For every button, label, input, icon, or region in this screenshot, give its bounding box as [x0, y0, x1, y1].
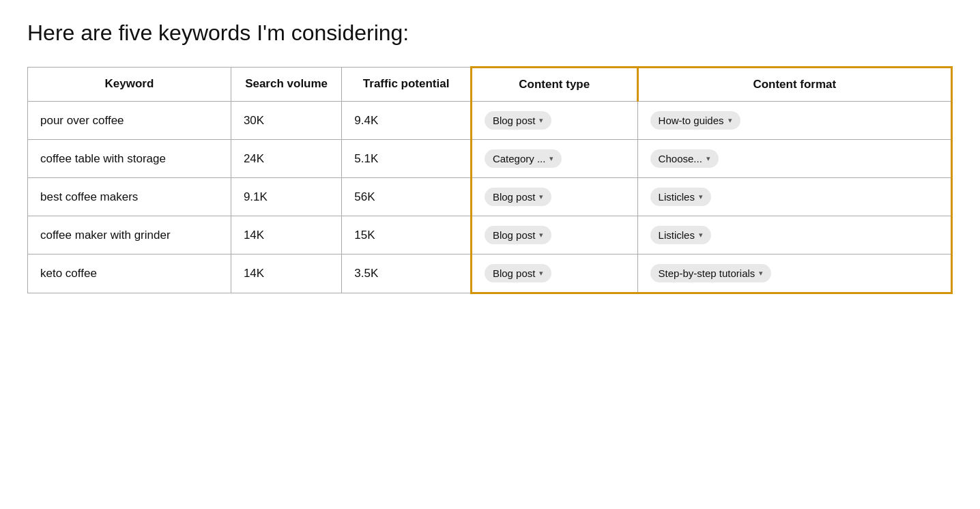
cell-content-format: Listicles ▾: [637, 216, 951, 254]
cell-content-format: How-to guides ▾: [637, 102, 951, 140]
content-format-dropdown[interactable]: Choose... ▾: [650, 149, 719, 168]
cell-content-type: Blog post ▾: [471, 216, 637, 254]
cell-content-format: Listicles ▾: [637, 178, 951, 216]
content-type-label: Blog post: [493, 229, 536, 241]
content-format-dropdown[interactable]: Step-by-step tutorials ▾: [650, 264, 772, 282]
content-format-label: Listicles: [659, 229, 695, 241]
chevron-down-icon: ▾: [549, 154, 553, 163]
content-format-label: Step-by-step tutorials: [659, 267, 755, 279]
cell-traffic-potential: 15K: [342, 216, 472, 254]
cell-traffic-potential: 5.1K: [342, 140, 472, 178]
content-format-dropdown[interactable]: Listicles ▾: [650, 226, 711, 244]
cell-content-type: Category ... ▾: [471, 140, 637, 178]
chevron-down-icon: ▾: [728, 116, 732, 125]
chevron-down-icon: ▾: [539, 231, 543, 239]
cell-content-type: Blog post ▾: [471, 102, 637, 140]
table-row: best coffee makers 9.1K 56K Blog post ▾ …: [28, 178, 952, 216]
cell-search-volume: 24K: [231, 140, 341, 178]
content-type-label: Blog post: [493, 267, 536, 279]
header-content-format: Content format: [637, 68, 951, 102]
chevron-down-icon: ▾: [539, 116, 543, 125]
chevron-down-icon: ▾: [539, 192, 543, 201]
cell-traffic-potential: 3.5K: [342, 254, 472, 293]
cell-keyword: best coffee makers: [28, 178, 231, 216]
header-traffic-potential: Traffic potential: [342, 68, 472, 102]
content-type-label: Category ...: [493, 153, 546, 164]
cell-traffic-potential: 9.4K: [342, 102, 472, 140]
header-content-type: Content type: [471, 68, 637, 102]
cell-search-volume: 30K: [231, 102, 341, 140]
page-title: Here are five keywords I'm considering:: [27, 20, 953, 46]
content-type-label: Blog post: [493, 115, 536, 126]
cell-search-volume: 9.1K: [231, 178, 341, 216]
keywords-table: Keyword Search volume Traffic potential …: [27, 66, 953, 294]
content-format-dropdown[interactable]: Listicles ▾: [650, 188, 711, 206]
header-search-volume: Search volume: [231, 68, 341, 102]
table-row: keto coffee 14K 3.5K Blog post ▾ Step-by…: [28, 254, 952, 293]
cell-content-type: Blog post ▾: [471, 178, 637, 216]
content-type-dropdown[interactable]: Blog post ▾: [485, 264, 552, 282]
chevron-down-icon: ▾: [759, 269, 763, 278]
content-type-dropdown[interactable]: Blog post ▾: [485, 188, 552, 206]
chevron-down-icon: ▾: [539, 269, 543, 278]
table-header-row: Keyword Search volume Traffic potential …: [28, 68, 952, 102]
table-row: coffee table with storage 24K 5.1K Categ…: [28, 140, 952, 178]
chevron-down-icon: ▾: [699, 231, 703, 239]
content-format-label: How-to guides: [659, 115, 724, 126]
cell-traffic-potential: 56K: [342, 178, 472, 216]
table-row: pour over coffee 30K 9.4K Blog post ▾ Ho…: [28, 102, 952, 140]
content-format-dropdown[interactable]: How-to guides ▾: [650, 111, 740, 130]
cell-keyword: coffee maker with grinder: [28, 216, 231, 254]
cell-content-format: Step-by-step tutorials ▾: [637, 254, 951, 293]
cell-keyword: pour over coffee: [28, 102, 231, 140]
cell-search-volume: 14K: [231, 254, 341, 293]
cell-search-volume: 14K: [231, 216, 341, 254]
content-type-label: Blog post: [493, 191, 536, 203]
content-type-dropdown[interactable]: Blog post ▾: [485, 111, 552, 130]
cell-content-type: Blog post ▾: [471, 254, 637, 293]
content-format-label: Choose...: [659, 153, 702, 164]
chevron-down-icon: ▾: [699, 192, 703, 201]
content-type-dropdown[interactable]: Blog post ▾: [485, 226, 552, 244]
cell-content-format: Choose... ▾: [637, 140, 951, 178]
chevron-down-icon: ▾: [706, 154, 710, 163]
cell-keyword: coffee table with storage: [28, 140, 231, 178]
content-format-label: Listicles: [659, 191, 695, 203]
table-row: coffee maker with grinder 14K 15K Blog p…: [28, 216, 952, 254]
cell-keyword: keto coffee: [28, 254, 231, 293]
content-type-dropdown[interactable]: Category ... ▾: [485, 149, 562, 168]
header-keyword: Keyword: [28, 68, 231, 102]
